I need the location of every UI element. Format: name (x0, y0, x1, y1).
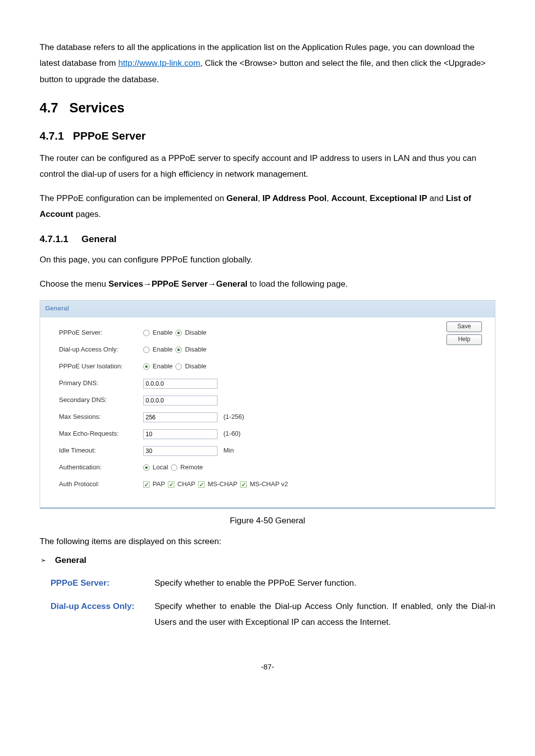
page-number: -87- (40, 660, 495, 674)
max-sessions-input[interactable] (143, 412, 217, 422)
opt-mschapv2: MS-CHAP v2 (250, 478, 288, 491)
def-dialup: Dial-up Access Only: Specify whether to … (51, 599, 495, 631)
def-term-pppoe: PPPoE Server: (51, 575, 155, 591)
general-intro: On this page, you can configure PPPoE fu… (40, 252, 495, 268)
tplink-link[interactable]: http://www.tp-link.com (118, 58, 200, 68)
mschapv2-checkbox[interactable]: ✓ (240, 481, 247, 488)
opt-mschap: MS-CHAP (208, 478, 237, 491)
bullet-general: ➢ General (40, 553, 495, 568)
section-title: Services (69, 101, 124, 115)
subsection-title: PPPoE Server (73, 130, 146, 142)
section-4-7-heading: 4.7 Services (40, 96, 495, 121)
opt-remote: Remote (180, 461, 203, 474)
pppoe-config-para: The PPPoE configuration can be implement… (40, 191, 495, 223)
label-auth-protocol: Auth Protocol: (59, 478, 143, 491)
label-primary-dns: Primary DNS: (59, 377, 143, 390)
label-pppoe-server: PPPoE Server: (59, 327, 143, 339)
panel-header: General (40, 301, 495, 317)
triangle-icon: ➢ (41, 554, 46, 567)
label-max-echo: Max Echo-Requests: (59, 428, 143, 440)
opt-pap: PAP (153, 478, 165, 491)
def-desc-dialup: Specify whether to enable the Dial-up Ac… (155, 599, 495, 631)
menu-path-para: Choose the menu Services→PPPoE Server→Ge… (40, 276, 495, 292)
opt-chap: CHAP (177, 478, 195, 491)
save-button[interactable]: Save (446, 321, 482, 332)
dialup-disable-radio[interactable] (175, 347, 182, 353)
max-echo-range: (1-60) (223, 428, 241, 440)
dialup-enable-radio[interactable] (143, 347, 150, 353)
label-max-sessions: Max Sessions: (59, 411, 143, 423)
opt-disable: Disable (185, 327, 206, 339)
label-dialup: Dial-up Access Only: (59, 344, 143, 356)
panel-separator (40, 507, 495, 508)
label-idle-timeout: Idle Timeout: (59, 445, 143, 457)
mschap-checkbox[interactable]: ✓ (198, 481, 205, 488)
isolation-enable-radio[interactable] (143, 363, 150, 370)
opt-local: Local (153, 461, 168, 474)
pppoe-server-enable-radio[interactable] (143, 330, 150, 336)
isolation-disable-radio[interactable] (175, 363, 182, 370)
help-button[interactable]: Help (446, 334, 482, 345)
chap-checkbox[interactable]: ✓ (168, 481, 174, 488)
subsub-title: General (82, 234, 117, 244)
subsection-num: 4.7.1 (40, 130, 64, 142)
bullet-general-label: General (55, 553, 86, 568)
label-secondary-dns: Secondary DNS: (59, 394, 143, 406)
figure-caption: Figure 4-50 General (40, 513, 495, 529)
auth-remote-radio[interactable] (171, 464, 177, 471)
section-4-7-1-1-heading: 4.7.1.1 General (40, 230, 495, 248)
pppoe-server-disable-radio[interactable] (175, 330, 182, 336)
idle-unit: Min (223, 445, 234, 457)
auth-local-radio[interactable] (143, 464, 150, 471)
primary-dns-input[interactable] (143, 379, 217, 389)
opt-enable: Enable (153, 327, 172, 339)
intro-paragraph: The database refers to all the applicati… (40, 40, 495, 88)
idle-timeout-input[interactable] (143, 446, 217, 456)
section-4-7-1-heading: 4.7.1 PPPoE Server (40, 126, 495, 147)
max-sessions-range: (1-256) (223, 411, 244, 423)
max-echo-input[interactable] (143, 429, 217, 439)
section-num: 4.7 (40, 101, 58, 115)
general-panel: General Save Help PPPoE Server: Enable D… (40, 300, 495, 509)
def-desc-pppoe: Specify whether to enable the PPPoE Serv… (155, 575, 495, 591)
label-authentication: Authentication: (59, 461, 143, 474)
pap-checkbox[interactable]: ✓ (143, 481, 150, 488)
def-pppoe-server: PPPoE Server: Specify whether to enable … (51, 575, 495, 591)
def-term-dialup: Dial-up Access Only: (51, 599, 155, 631)
followup-text: The following items are displayed on thi… (40, 534, 495, 550)
pppoe-intro-para: The router can be configured as a PPPoE … (40, 151, 495, 183)
subsub-num: 4.7.1.1 (40, 234, 68, 244)
label-isolation: PPPoE User Isolation: (59, 360, 143, 373)
secondary-dns-input[interactable] (143, 396, 217, 405)
